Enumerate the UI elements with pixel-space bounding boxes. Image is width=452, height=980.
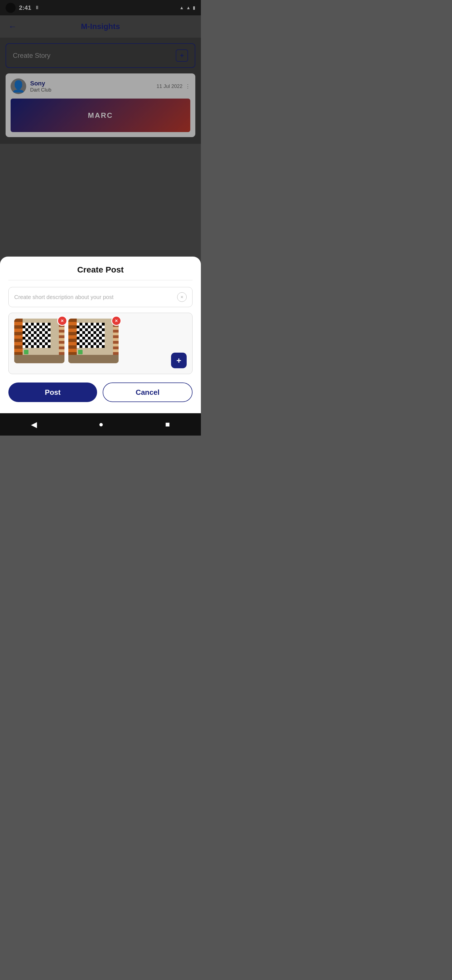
nav-back-icon[interactable]: ◀ [31,420,37,429]
floor-1 [14,355,65,363]
action-buttons: Post Cancel [8,382,192,402]
bottom-nav-bar: ◀ ● ■ [0,413,201,436]
thumb-bg-2 [68,318,119,363]
image-thumbnail-2 [68,318,119,363]
nav-recent-icon[interactable]: ■ [165,420,170,429]
post-button[interactable]: Post [8,382,97,402]
chess-pattern-1 [22,323,51,348]
nav-home-icon[interactable]: ● [99,420,103,429]
green-indicator-1 [24,350,29,354]
images-upload-area: × × + [8,313,192,374]
floor-2 [68,355,119,363]
cancel-button[interactable]: Cancel [103,382,192,402]
images-row: × × [14,318,187,363]
modal-title: Create Post [8,265,192,280]
chess-pattern-2 [77,323,105,348]
image-thumb-2: × [68,318,119,363]
create-post-modal: Create Post Create short description abo… [0,256,201,413]
description-input-container[interactable]: Create short description about your post… [8,287,192,307]
image-thumbnail-1 [14,318,65,363]
green-indicator-2 [78,350,82,354]
thumb-bg-1 [14,318,65,363]
description-placeholder[interactable]: Create short description about your post [14,294,177,301]
remove-image-1-button[interactable]: × [57,316,67,326]
image-thumb-1: × [14,318,65,363]
add-image-button[interactable]: + [171,353,187,368]
remove-image-2-button[interactable]: × [111,316,121,326]
clear-description-button[interactable]: × [177,292,187,302]
